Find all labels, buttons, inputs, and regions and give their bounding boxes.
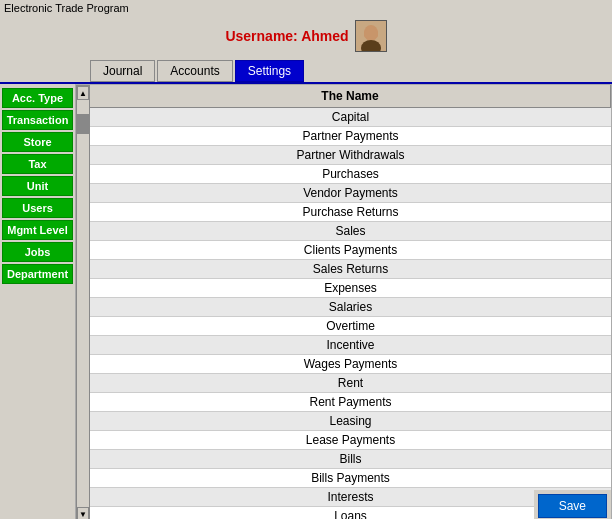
scroll-up-arrow[interactable]: ▲	[77, 86, 89, 100]
row-name-cell: Rent	[90, 374, 611, 392]
sidebar-item-transaction[interactable]: Transaction	[2, 110, 73, 130]
row-name-cell: Overtime	[90, 317, 611, 335]
table-row[interactable]: Clients Payments	[90, 241, 611, 260]
content-area: ▲ ▼ The Name Capital Partner Payments Pa…	[75, 84, 612, 519]
row-name-cell: Sales Returns	[90, 260, 611, 278]
scrollbar-container: ▲ ▼ The Name Capital Partner Payments Pa…	[76, 85, 611, 519]
row-name-cell: Purchase Returns	[90, 203, 611, 221]
row-name-cell: Bills	[90, 450, 611, 468]
sidebar-item-acc-type[interactable]: Acc. Type	[2, 88, 73, 108]
row-name-cell: Incentive	[90, 336, 611, 354]
tabs-bar: Journal Accounts Settings	[0, 56, 612, 84]
svg-rect-3	[364, 30, 378, 38]
avatar	[355, 20, 387, 52]
username-label: Username: Ahmed	[225, 28, 348, 44]
save-button[interactable]: Save	[538, 494, 607, 518]
table-row[interactable]: Purchase Returns	[90, 203, 611, 222]
table-row[interactable]: Overtime	[90, 317, 611, 336]
tab-accounts[interactable]: Accounts	[157, 60, 232, 82]
name-column-header: The Name	[90, 85, 611, 107]
sidebar-item-store[interactable]: Store	[2, 132, 73, 152]
table-row[interactable]: Sales	[90, 222, 611, 241]
table-row[interactable]: Capital	[90, 108, 611, 127]
table-header: The Name	[90, 85, 611, 108]
accounts-table: The Name Capital Partner Payments Partne…	[90, 85, 611, 519]
row-name-cell: Wages Payments	[90, 355, 611, 373]
avatar-image	[355, 20, 387, 52]
scroll-thumb[interactable]	[77, 114, 89, 134]
title-bar: Electronic Trade Program	[0, 0, 612, 16]
table-row[interactable]: Leasing	[90, 412, 611, 431]
row-name-cell: Expenses	[90, 279, 611, 297]
sidebar: Acc. Type Transaction Store Tax Unit Use…	[0, 84, 75, 519]
sidebar-item-mgmt-level[interactable]: Mgmt Level	[2, 220, 73, 240]
row-name-cell: Purchases	[90, 165, 611, 183]
sidebar-item-users[interactable]: Users	[2, 198, 73, 218]
vertical-scrollbar[interactable]: ▲ ▼	[76, 85, 90, 519]
tab-settings[interactable]: Settings	[235, 60, 304, 82]
table-row[interactable]: Expenses	[90, 279, 611, 298]
tab-journal[interactable]: Journal	[90, 60, 155, 82]
table-row[interactable]: Lease Payments	[90, 431, 611, 450]
sidebar-item-jobs[interactable]: Jobs	[2, 242, 73, 262]
scroll-down-arrow[interactable]: ▼	[77, 507, 89, 519]
row-name-cell: Salaries	[90, 298, 611, 316]
row-name-cell: Vendor Payments	[90, 184, 611, 202]
table-row[interactable]: Rent	[90, 374, 611, 393]
row-name-cell: Capital	[90, 108, 611, 126]
sidebar-item-tax[interactable]: Tax	[2, 154, 73, 174]
table-row[interactable]: Salaries	[90, 298, 611, 317]
main-container: Acc. Type Transaction Store Tax Unit Use…	[0, 84, 612, 519]
table-row[interactable]: Incentive	[90, 336, 611, 355]
row-name-cell: Partner Withdrawals	[90, 146, 611, 164]
table-row[interactable]: Vendor Payments	[90, 184, 611, 203]
sidebar-item-department[interactable]: Department	[2, 264, 73, 284]
row-name-cell: Bills Payments	[90, 469, 611, 487]
row-name-cell: Clients Payments	[90, 241, 611, 259]
row-name-cell: Rent Payments	[90, 393, 611, 411]
sidebar-item-unit[interactable]: Unit	[2, 176, 73, 196]
app-title: Electronic Trade Program	[4, 2, 129, 14]
row-name-cell: Sales	[90, 222, 611, 240]
table-row[interactable]: Rent Payments	[90, 393, 611, 412]
table-row[interactable]: Wages Payments	[90, 355, 611, 374]
table-row[interactable]: Sales Returns	[90, 260, 611, 279]
table-row[interactable]: Bills	[90, 450, 611, 469]
row-name-cell: Partner Payments	[90, 127, 611, 145]
save-bar: Save	[534, 490, 611, 519]
table-row[interactable]: Partner Withdrawals	[90, 146, 611, 165]
row-name-cell: Lease Payments	[90, 431, 611, 449]
table-row[interactable]: Purchases	[90, 165, 611, 184]
header: Username: Ahmed	[0, 16, 612, 56]
row-name-cell: Leasing	[90, 412, 611, 430]
table-row[interactable]: Partner Payments	[90, 127, 611, 146]
table-row[interactable]: Bills Payments	[90, 469, 611, 488]
